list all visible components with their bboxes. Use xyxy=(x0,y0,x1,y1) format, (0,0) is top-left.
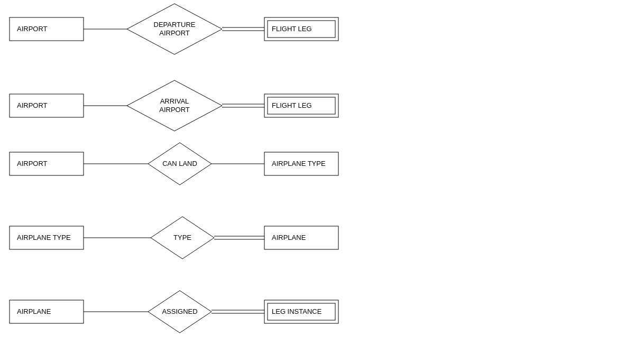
connector-right-0 xyxy=(222,27,264,31)
entity-left-3: AIRPLANE TYPE xyxy=(10,226,84,249)
entity-right-1: FLIGHT LEG xyxy=(264,94,338,117)
relationship-2: CAN LAND xyxy=(148,143,211,185)
entity-right-4: LEG INSTANCE xyxy=(264,300,338,323)
entity-left-1: AIRPORT xyxy=(10,94,84,117)
connector-right-3 xyxy=(214,236,264,239)
entity-right-2-label: AIRPLANE TYPE xyxy=(272,160,326,167)
relationship-2-label: CAN LAND xyxy=(162,160,197,167)
entity-right-3-label: AIRPLANE xyxy=(272,234,306,241)
entity-left-4: AIRPLANE xyxy=(10,300,84,323)
entity-left-2-label: AIRPORT xyxy=(17,160,48,167)
entity-right-2: AIRPLANE TYPE xyxy=(264,152,338,175)
entity-right-3: AIRPLANE xyxy=(264,226,338,249)
entity-left-4-label: AIRPLANE xyxy=(17,307,51,315)
entity-left-1-label: AIRPORT xyxy=(17,101,48,109)
connector-right-4 xyxy=(211,310,264,313)
entity-right-4-label: LEG INSTANCE xyxy=(272,307,322,315)
relationship-3: TYPE xyxy=(151,217,214,259)
relationship-3-label: TYPE xyxy=(173,234,191,241)
relationship-0: DEPARTUREAIRPORT xyxy=(127,4,222,54)
relationship-4: ASSIGNED xyxy=(148,291,211,333)
connector-right-1 xyxy=(222,104,264,107)
entity-right-0: FLIGHT LEG xyxy=(264,17,338,41)
relationship-0-label: DEPARTUREAIRPORT xyxy=(154,21,196,37)
relationship-1-label: ARRIVALAIRPORT xyxy=(159,97,190,114)
relationship-4-label: ASSIGNED xyxy=(162,307,197,315)
entity-left-3-label: AIRPLANE TYPE xyxy=(17,234,71,241)
entity-left-0-label: AIRPORT xyxy=(17,25,48,33)
entity-right-1-label: FLIGHT LEG xyxy=(272,101,312,109)
entity-left-2: AIRPORT xyxy=(10,152,84,175)
entity-right-0-label: FLIGHT LEG xyxy=(272,25,312,33)
entity-left-0: AIRPORT xyxy=(10,17,84,41)
relationship-1: ARRIVALAIRPORT xyxy=(127,80,222,131)
